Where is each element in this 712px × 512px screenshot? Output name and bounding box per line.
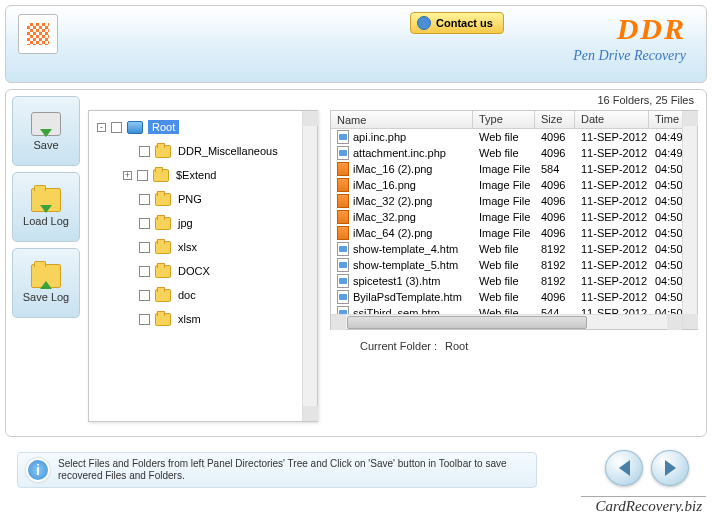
tip-box: i Select Files and Folders from left Pan… [17, 452, 537, 488]
folder-icon [153, 169, 169, 182]
folder-tree[interactable]: - Root DDR_Miscellaneous+$ExtendPNGjpgxl… [88, 110, 318, 422]
file-row[interactable]: api.inc.phpWeb file409611-SEP-201204:49 [331, 129, 697, 145]
expand-icon[interactable]: + [123, 171, 132, 180]
file-size: 4096 [535, 195, 575, 207]
file-row[interactable]: show-template_5.htmWeb file819211-SEP-20… [331, 257, 697, 273]
tree-root[interactable]: - Root [93, 115, 301, 139]
save-button[interactable]: Save [12, 96, 80, 166]
file-name: show-template_5.htm [353, 259, 458, 271]
tip-text: Select Files and Folders from left Panel… [58, 458, 528, 482]
file-row[interactable]: iMac_32.pngImage File409611-SEP-201204:5… [331, 209, 697, 225]
file-size: 4096 [535, 291, 575, 303]
tree-item-label: DDR_Miscellaneous [176, 144, 280, 158]
scrollbar-thumb[interactable] [347, 316, 587, 329]
tree-item[interactable]: +$Extend [93, 163, 301, 187]
col-name[interactable]: Name [331, 111, 473, 128]
checkbox[interactable] [139, 314, 150, 325]
file-size: 584 [535, 163, 575, 175]
file-date: 11-SEP-2012 [575, 227, 649, 239]
file-name: attachment.inc.php [353, 147, 446, 159]
save-log-button[interactable]: Save Log [12, 248, 80, 318]
checkbox[interactable] [139, 218, 150, 229]
file-row[interactable]: ByilaPsdTemplate.htmWeb file409611-SEP-2… [331, 289, 697, 305]
checkbox[interactable] [139, 194, 150, 205]
checkbox[interactable] [137, 170, 148, 181]
file-size: 8192 [535, 275, 575, 287]
col-date[interactable]: Date [575, 111, 649, 128]
file-name: ByilaPsdTemplate.htm [353, 291, 462, 303]
checkbox[interactable] [111, 122, 122, 133]
file-row[interactable]: iMac_16.pngImage File409611-SEP-201204:5… [331, 177, 697, 193]
file-icon [337, 242, 349, 256]
folder-icon [155, 313, 171, 326]
tree-item[interactable]: PNG [93, 187, 301, 211]
list-scrollbar-v[interactable] [682, 111, 697, 329]
folder-icon [155, 265, 171, 278]
contact-us-button[interactable]: Contact us [410, 12, 504, 34]
tree-scrollbar[interactable] [302, 111, 317, 421]
contact-label: Contact us [436, 17, 493, 29]
file-list: Name Type Size Date Time api.inc.phpWeb … [330, 110, 698, 330]
file-icon [337, 290, 349, 304]
list-scrollbar-h[interactable] [331, 314, 682, 329]
file-type: Image File [473, 163, 535, 175]
file-type: Web file [473, 131, 535, 143]
file-icon [337, 274, 349, 288]
checkbox[interactable] [139, 146, 150, 157]
col-size[interactable]: Size [535, 111, 575, 128]
file-name: iMac_16.png [353, 179, 416, 191]
tree-item[interactable]: xlsm [93, 307, 301, 331]
tree-item[interactable]: DDR_Miscellaneous [93, 139, 301, 163]
col-type[interactable]: Type [473, 111, 535, 128]
file-row[interactable]: attachment.inc.phpWeb file409611-SEP-201… [331, 145, 697, 161]
arrow-left-icon [619, 460, 630, 476]
file-row[interactable]: iMac_16 (2).pngImage File58411-SEP-20120… [331, 161, 697, 177]
file-icon [337, 226, 349, 240]
back-button[interactable] [605, 450, 643, 486]
tree-item-label: DOCX [176, 264, 212, 278]
file-date: 11-SEP-2012 [575, 211, 649, 223]
file-row[interactable]: spicetest1 (3).htmWeb file819211-SEP-201… [331, 273, 697, 289]
app-header: Contact us DDR Pen Drive Recovery [5, 5, 707, 83]
tree-item-label: xlsx [176, 240, 199, 254]
collapse-icon[interactable]: - [97, 123, 106, 132]
file-row[interactable]: iMac_64 (2).pngImage File409611-SEP-2012… [331, 225, 697, 241]
file-size: 4096 [535, 179, 575, 191]
tree-item[interactable]: DOCX [93, 259, 301, 283]
footer: i Select Files and Folders from left Pan… [5, 448, 707, 492]
save-label: Save [33, 139, 58, 151]
avatar-icon [417, 16, 431, 30]
file-row[interactable]: show-template_4.htmWeb file819211-SEP-20… [331, 241, 697, 257]
save-log-label: Save Log [23, 291, 69, 303]
tree-item[interactable]: doc [93, 283, 301, 307]
file-type: Image File [473, 179, 535, 191]
file-name: iMac_32.png [353, 211, 416, 223]
folder-icon [155, 193, 171, 206]
file-name: api.inc.php [353, 131, 406, 143]
folder-icon [155, 145, 171, 158]
drive-icon [127, 121, 143, 134]
tree-item[interactable]: xlsx [93, 235, 301, 259]
file-date: 11-SEP-2012 [575, 179, 649, 191]
file-size: 4096 [535, 131, 575, 143]
load-log-button[interactable]: Load Log [12, 172, 80, 242]
current-folder: Current Folder : Root [360, 340, 468, 352]
checkbox[interactable] [139, 266, 150, 277]
file-date: 11-SEP-2012 [575, 147, 649, 159]
file-name: iMac_32 (2).png [353, 195, 433, 207]
next-button[interactable] [651, 450, 689, 486]
tree-item-label: jpg [176, 216, 195, 230]
folder-open-icon [31, 188, 61, 212]
tree-item[interactable]: jpg [93, 211, 301, 235]
list-header: Name Type Size Date Time [331, 111, 697, 129]
checkbox[interactable] [139, 242, 150, 253]
file-date: 11-SEP-2012 [575, 243, 649, 255]
folder-icon [155, 289, 171, 302]
file-size: 4096 [535, 227, 575, 239]
checkbox[interactable] [139, 290, 150, 301]
file-type: Web file [473, 243, 535, 255]
file-icon [337, 194, 349, 208]
file-name: iMac_16 (2).png [353, 163, 433, 175]
file-row[interactable]: iMac_32 (2).pngImage File409611-SEP-2012… [331, 193, 697, 209]
sidebar: Save Load Log Save Log [12, 96, 80, 318]
